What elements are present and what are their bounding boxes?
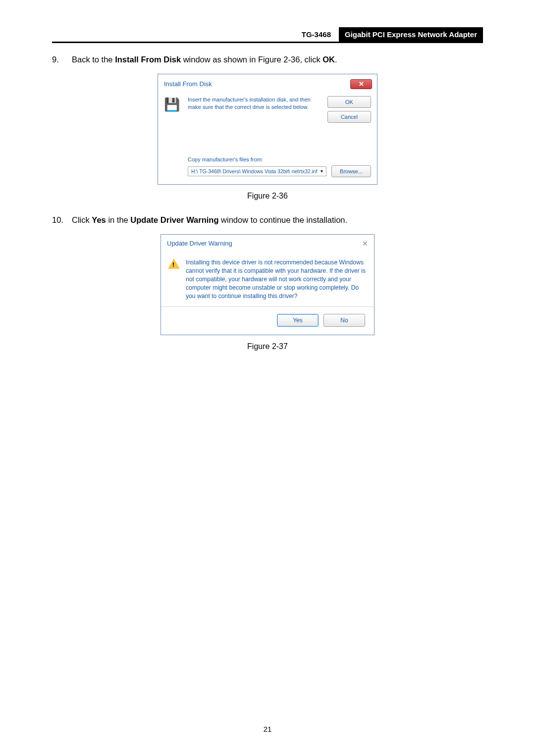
close-icon: ✕ [359,81,364,87]
close-button[interactable]: ✕ [350,79,372,89]
dialog-titlebar: Update Driver Warning ✕ [161,235,374,252]
model-code: TG-3468 [297,27,339,42]
bold-text: Yes [92,215,106,224]
step-number: 10. [52,214,72,226]
dialog-title: Update Driver Warning [167,240,232,247]
no-button[interactable]: No [323,314,365,327]
figure-caption: Figure 2-36 [52,192,483,201]
warning-message: Installing this device driver is not rec… [186,258,367,301]
bold-text: OK [322,55,335,64]
install-from-disk-dialog: Install From Disk ✕ 💾 Insert the manufac… [158,74,377,185]
dialog-instruction: Insert the manufacturer's installation d… [188,96,324,123]
close-icon[interactable]: ✕ [362,240,368,248]
browse-button[interactable]: Browse... [331,165,371,177]
text: window to continue the installation. [219,215,348,224]
page-number: 21 [0,725,535,733]
step-text: Back to the Install From Disk window as … [72,54,483,66]
step-text: Click Yes in the Update Driver Warning w… [72,214,483,226]
bold-text: Install From Disk [115,55,181,64]
page-header: TG-3468 Gigabit PCI Express Network Adap… [52,27,483,43]
figure-caption: Figure 2-37 [52,342,483,351]
disk-icon: 💾 [164,96,185,123]
yes-button[interactable]: Yes [277,314,319,327]
text: in the [106,215,131,224]
update-driver-warning-dialog: Update Driver Warning ✕ Installing this … [160,234,374,335]
text: . [335,55,337,64]
bold-text: Update Driver Warning [130,215,218,224]
chevron-down-icon: ▼ [320,169,324,174]
text: Click [72,215,92,224]
step-10: 10. Click Yes in the Update Driver Warni… [52,214,483,226]
text: window as shown in Figure 2-36, click [181,55,322,64]
text: Back to the [72,55,115,64]
cancel-button[interactable]: Cancel [327,111,371,123]
ok-button[interactable]: OK [327,96,371,108]
dialog-titlebar: Install From Disk ✕ [158,74,377,93]
step-9: 9. Back to the Install From Disk window … [52,54,483,66]
warning-icon [168,258,181,301]
product-name: Gigabit PCI Express Network Adapter [339,27,483,42]
dialog-title: Install From Disk [164,80,212,88]
step-number: 9. [52,54,72,66]
path-value: H:\ TG-3468\ Drivers\ Windows Vista 32bi… [191,168,318,174]
copy-from-label: Copy manufacturer's files from: [188,156,324,162]
path-dropdown[interactable]: H:\ TG-3468\ Drivers\ Windows Vista 32bi… [188,166,326,176]
